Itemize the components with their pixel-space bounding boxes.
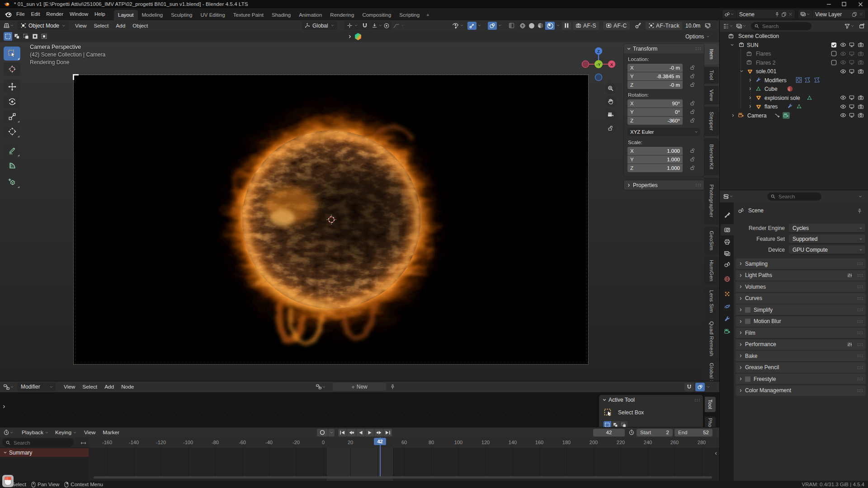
properties-panel-bake[interactable]: Bake bbox=[736, 351, 866, 361]
grip-icon[interactable] bbox=[857, 343, 863, 347]
tool-select-box[interactable] bbox=[4, 47, 20, 61]
properties-panel-motion-blur[interactable]: Motion Blur bbox=[736, 316, 866, 327]
subsurf-modifier-icon[interactable] bbox=[796, 77, 802, 83]
pivot-point-dropdown[interactable] bbox=[344, 21, 360, 30]
sidebar-expand-icon[interactable] bbox=[1, 404, 7, 409]
lock-view-button[interactable] bbox=[605, 122, 616, 134]
xray-toggle[interactable] bbox=[508, 22, 515, 29]
blender-menu-button[interactable] bbox=[5, 11, 12, 18]
play-reverse-button[interactable] bbox=[356, 429, 365, 436]
sidebar-tab-photographer[interactable]: Photographer bbox=[704, 178, 719, 225]
disable-render-camera-icon[interactable] bbox=[858, 59, 864, 66]
close-button[interactable] bbox=[854, 0, 867, 8]
outliner-row-flares-collection[interactable]: Flares bbox=[720, 49, 868, 58]
viewport-menu-select[interactable]: Select bbox=[90, 23, 112, 29]
tool-rotate[interactable] bbox=[4, 94, 20, 108]
outliner-label-explosioni-sole[interactable]: explosioni sole bbox=[764, 95, 800, 101]
sidebar-tab-blenderkit[interactable]: BlenderKit bbox=[704, 138, 719, 175]
overlays-dropdown[interactable] bbox=[488, 22, 502, 30]
summary-channel[interactable]: Summary bbox=[0, 448, 89, 457]
disable-viewport-monitor-icon[interactable] bbox=[849, 68, 855, 75]
menu-help[interactable]: Help bbox=[91, 8, 108, 20]
workspace-tab-rendering[interactable]: Rendering bbox=[326, 10, 358, 20]
next-keyframe-button[interactable] bbox=[374, 429, 383, 436]
deform-modifier-icon[interactable] bbox=[814, 77, 820, 83]
rotation-mode-dropdown[interactable]: XYZ Euler bbox=[627, 128, 700, 136]
editor-type-button[interactable] bbox=[3, 22, 14, 29]
grip-icon[interactable] bbox=[695, 47, 701, 51]
node-menu-node[interactable]: Node bbox=[118, 384, 137, 390]
lock-open-icon[interactable] bbox=[690, 148, 696, 154]
properties-tab-render[interactable] bbox=[721, 224, 734, 235]
workspace-tab-compositing[interactable]: Compositing bbox=[358, 10, 395, 20]
prev-keyframe-button[interactable] bbox=[347, 429, 356, 436]
mesh-data-icon[interactable] bbox=[807, 95, 812, 101]
outliner-label-cube[interactable]: Cube bbox=[764, 86, 778, 92]
transform-panel-header[interactable]: Transform bbox=[624, 44, 704, 53]
sidebar-tab-global-skin[interactable]: Global Skin bbox=[704, 361, 719, 381]
grip-icon[interactable] bbox=[857, 296, 863, 300]
expand-chevron-icon[interactable] bbox=[748, 95, 753, 100]
keying-menu[interactable]: Keying bbox=[52, 429, 77, 436]
workspace-tab-shading[interactable]: Shading bbox=[268, 10, 295, 20]
active-tool-header[interactable]: Active Tool bbox=[599, 395, 703, 405]
view-layer-selector[interactable]: View Layer bbox=[798, 10, 865, 19]
menu-edit[interactable]: Edit bbox=[28, 8, 43, 20]
grip-icon[interactable] bbox=[857, 285, 863, 289]
disable-viewport-monitor-icon[interactable] bbox=[849, 42, 855, 48]
node-id-selector[interactable] bbox=[316, 384, 326, 390]
workspace-tab-sculpting[interactable]: Sculpting bbox=[167, 10, 196, 20]
select-mode-intersect[interactable] bbox=[40, 32, 48, 41]
workspace-tab-uv-editing[interactable]: UV Editing bbox=[197, 10, 229, 20]
camera-data-badge[interactable] bbox=[783, 112, 790, 119]
properties-tab-view-layer[interactable] bbox=[721, 248, 734, 259]
lock-open-icon[interactable] bbox=[690, 65, 696, 70]
hide-viewport-eye-icon[interactable] bbox=[840, 68, 846, 75]
sidebar-tab-view[interactable]: View bbox=[704, 86, 719, 104]
properties-panel-simplify[interactable]: Simplify bbox=[736, 305, 866, 315]
collection-checkbox-checked[interactable] bbox=[831, 42, 837, 48]
sidebar-tab-quad-remesh[interactable]: Quad Remesh bbox=[704, 319, 719, 359]
collection-checkbox-unchecked[interactable] bbox=[831, 51, 837, 56]
outliner-search[interactable] bbox=[751, 22, 811, 30]
frame-start-field[interactable]: Start 2 bbox=[637, 429, 673, 436]
workspace-tab-modeling[interactable]: Modeling bbox=[138, 10, 167, 20]
menu-render[interactable]: Render bbox=[43, 8, 66, 20]
outliner-row-explosioni-sole[interactable]: explosioni sole bbox=[720, 94, 868, 103]
lock-open-icon[interactable] bbox=[690, 156, 696, 162]
collapse-arrow-icon[interactable] bbox=[713, 451, 718, 456]
unlink-scene-icon[interactable] bbox=[788, 12, 793, 17]
node-menu-add[interactable]: Add bbox=[101, 384, 118, 390]
tool-annotate[interactable] bbox=[4, 143, 20, 157]
hide-viewport-eye-icon[interactable] bbox=[840, 94, 846, 101]
pin-icon[interactable] bbox=[857, 208, 863, 214]
outliner-filter-button[interactable] bbox=[844, 23, 854, 29]
gizmo-z-neg-axis[interactable] bbox=[595, 74, 602, 80]
auto-key-dropdown[interactable] bbox=[328, 429, 335, 436]
playback-menu[interactable]: Playback bbox=[18, 429, 49, 436]
viewport-menu-add[interactable]: Add bbox=[112, 23, 129, 29]
playhead-badge[interactable]: 42 bbox=[374, 438, 386, 445]
channel-search-input[interactable] bbox=[13, 440, 71, 446]
hide-viewport-eye-icon[interactable] bbox=[840, 51, 846, 57]
node-menu-view[interactable]: View bbox=[60, 384, 79, 390]
outliner-row-sun[interactable]: SUN bbox=[720, 41, 868, 50]
viewport-menu-object[interactable]: Object bbox=[129, 23, 151, 29]
minimize-button[interactable] bbox=[822, 0, 835, 8]
lock-open-icon[interactable] bbox=[690, 82, 696, 88]
rotation-y-field[interactable]: Y0° bbox=[627, 108, 683, 116]
expand-chevron-icon[interactable] bbox=[731, 113, 736, 118]
gizmo-toggle-button[interactable] bbox=[467, 22, 476, 30]
grip-icon[interactable] bbox=[857, 308, 863, 312]
properties-tab-output[interactable] bbox=[721, 236, 734, 248]
mesh-data-icon[interactable] bbox=[796, 103, 802, 109]
new-view-layer-icon[interactable] bbox=[852, 12, 857, 17]
hide-viewport-eye-icon[interactable] bbox=[840, 59, 846, 66]
af-c-button[interactable]: AF-C bbox=[603, 22, 630, 30]
location-z-field[interactable]: Z-0 m bbox=[627, 81, 683, 89]
scene-selector[interactable]: Scene bbox=[722, 10, 795, 19]
zoom-button[interactable] bbox=[605, 83, 616, 94]
properties-panel-sampling[interactable]: Sampling bbox=[736, 258, 866, 269]
frame-end-field[interactable]: End 52 bbox=[675, 429, 712, 436]
hide-viewport-eye-icon[interactable] bbox=[840, 112, 846, 118]
